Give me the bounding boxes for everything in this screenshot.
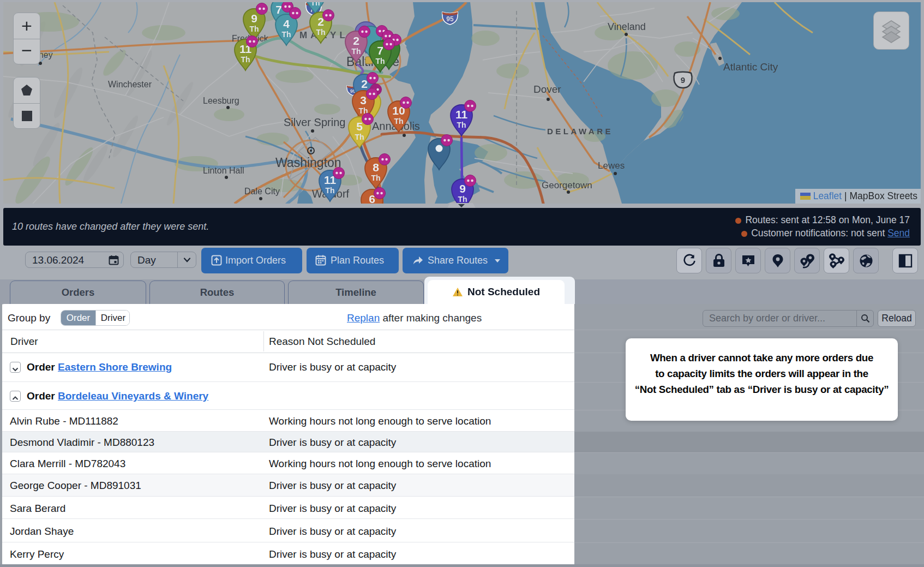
svg-text:9: 9 [681,75,685,85]
svg-text:Dover: Dover [533,83,561,95]
svg-text:Th: Th [281,30,291,39]
svg-text:Th: Th [249,25,259,33]
svg-text:Th: Th [325,186,334,195]
svg-text:3: 3 [360,94,367,106]
svg-text:Th: Th [351,47,361,56]
svg-text:Vineland: Vineland [608,21,646,32]
svg-text:DELAWARE: DELAWARE [547,127,613,136]
svg-text:Lewes: Lewes [598,160,625,171]
svg-text:7: 7 [377,44,383,57]
svg-text:Linton Hall: Linton Hall [203,166,244,175]
svg-text:Th: Th [457,121,466,129]
svg-text:2: 2 [353,34,359,47]
svg-text:Th: Th [375,57,385,65]
svg-text:Th: Th [371,174,380,182]
svg-text:Silver Spring: Silver Spring [284,116,345,128]
svg-text:Th: Th [316,28,325,37]
svg-text:4: 4 [283,17,290,30]
svg-text:95: 95 [446,15,454,23]
svg-text:9: 9 [459,182,466,195]
svg-text:7: 7 [275,3,282,16]
svg-text:2: 2 [361,77,368,90]
svg-text:Th: Th [241,55,250,64]
svg-text:8: 8 [373,161,379,174]
svg-text:Georgetown: Georgetown [542,180,592,190]
svg-text:5: 5 [356,120,363,133]
svg-text:Washington: Washington [275,156,341,170]
svg-text:Th: Th [355,133,364,141]
svg-text:9: 9 [251,12,257,25]
svg-text:Winchester: Winchester [108,80,152,89]
svg-text:Dale City: Dale City [244,187,280,196]
svg-text:Leesburg: Leesburg [203,96,239,105]
svg-text:Th: Th [394,117,403,126]
svg-text:Th: Th [458,195,467,204]
svg-text:Atlantic City: Atlantic City [723,61,778,73]
svg-text:Th: Th [310,2,320,7]
